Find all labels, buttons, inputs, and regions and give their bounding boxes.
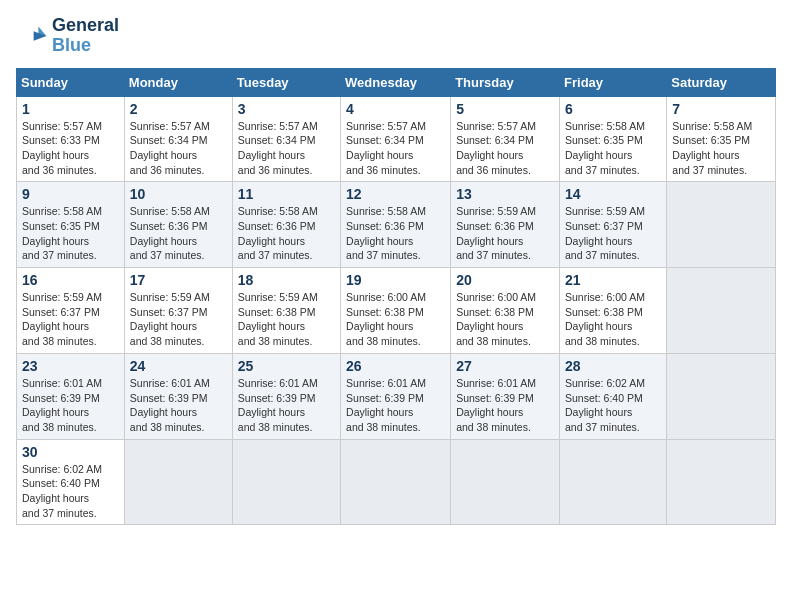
empty-cell [560,439,667,525]
day-cell-12: 12 Sunrise: 5:58 AM Sunset: 6:36 PM Dayl… [341,182,451,268]
day-info: Sunrise: 5:57 AM Sunset: 6:34 PM Dayligh… [238,119,335,178]
day-number: 23 [22,358,119,374]
day-cell-9: 9 Sunrise: 5:58 AM Sunset: 6:35 PM Dayli… [17,182,125,268]
day-cell-10: 10 Sunrise: 5:58 AM Sunset: 6:36 PM Dayl… [124,182,232,268]
col-header-thursday: Thursday [451,68,560,96]
day-number: 1 [22,101,119,117]
col-header-sunday: Sunday [17,68,125,96]
day-number: 17 [130,272,227,288]
day-info: Sunrise: 5:58 AM Sunset: 6:35 PM Dayligh… [672,119,770,178]
day-cell-7: 7 Sunrise: 5:58 AM Sunset: 6:35 PM Dayli… [667,96,776,182]
day-info: Sunrise: 6:00 AM Sunset: 6:38 PM Dayligh… [456,290,554,349]
logo-icon [16,20,48,52]
day-number: 27 [456,358,554,374]
day-number: 24 [130,358,227,374]
day-cell-3: 3 Sunrise: 5:57 AM Sunset: 6:34 PM Dayli… [232,96,340,182]
day-cell-6: 6 Sunrise: 5:58 AM Sunset: 6:35 PM Dayli… [560,96,667,182]
day-info: Sunrise: 5:58 AM Sunset: 6:36 PM Dayligh… [346,204,445,263]
week-row-2: 9 Sunrise: 5:58 AM Sunset: 6:35 PM Dayli… [17,182,776,268]
day-number: 13 [456,186,554,202]
day-number: 19 [346,272,445,288]
day-info: Sunrise: 5:57 AM Sunset: 6:34 PM Dayligh… [346,119,445,178]
week-row-4: 23 Sunrise: 6:01 AM Sunset: 6:39 PM Dayl… [17,353,776,439]
day-info: Sunrise: 5:57 AM Sunset: 6:33 PM Dayligh… [22,119,119,178]
week-row-3: 16 Sunrise: 5:59 AM Sunset: 6:37 PM Dayl… [17,268,776,354]
day-cell-11: 11 Sunrise: 5:58 AM Sunset: 6:36 PM Dayl… [232,182,340,268]
calendar-table: SundayMondayTuesdayWednesdayThursdayFrid… [16,68,776,526]
day-number: 16 [22,272,119,288]
day-info: Sunrise: 6:02 AM Sunset: 6:40 PM Dayligh… [565,376,661,435]
day-info: Sunrise: 5:58 AM Sunset: 6:36 PM Dayligh… [238,204,335,263]
day-cell-30: 30 Sunrise: 6:02 AM Sunset: 6:40 PM Dayl… [17,439,125,525]
day-cell-17: 17 Sunrise: 5:59 AM Sunset: 6:37 PM Dayl… [124,268,232,354]
day-cell-1: 1 Sunrise: 5:57 AM Sunset: 6:33 PM Dayli… [17,96,125,182]
day-info: Sunrise: 5:59 AM Sunset: 6:36 PM Dayligh… [456,204,554,263]
day-info: Sunrise: 6:01 AM Sunset: 6:39 PM Dayligh… [346,376,445,435]
day-number: 18 [238,272,335,288]
day-info: Sunrise: 5:58 AM Sunset: 6:35 PM Dayligh… [22,204,119,263]
day-cell-21: 21 Sunrise: 6:00 AM Sunset: 6:38 PM Dayl… [560,268,667,354]
empty-cell [451,439,560,525]
day-info: Sunrise: 5:59 AM Sunset: 6:37 PM Dayligh… [130,290,227,349]
calendar-body: 1 Sunrise: 5:57 AM Sunset: 6:33 PM Dayli… [17,96,776,525]
day-info: Sunrise: 5:58 AM Sunset: 6:36 PM Dayligh… [130,204,227,263]
day-number: 28 [565,358,661,374]
day-number: 21 [565,272,661,288]
day-number: 3 [238,101,335,117]
day-cell-25: 25 Sunrise: 6:01 AM Sunset: 6:39 PM Dayl… [232,353,340,439]
logo-text: General Blue [52,16,119,56]
page-header: General Blue [16,16,776,56]
day-info: Sunrise: 5:59 AM Sunset: 6:37 PM Dayligh… [565,204,661,263]
day-number: 10 [130,186,227,202]
day-cell-18: 18 Sunrise: 5:59 AM Sunset: 6:38 PM Dayl… [232,268,340,354]
day-info: Sunrise: 6:01 AM Sunset: 6:39 PM Dayligh… [22,376,119,435]
day-number: 12 [346,186,445,202]
col-header-saturday: Saturday [667,68,776,96]
day-cell-5: 5 Sunrise: 5:57 AM Sunset: 6:34 PM Dayli… [451,96,560,182]
day-info: Sunrise: 6:01 AM Sunset: 6:39 PM Dayligh… [456,376,554,435]
day-info: Sunrise: 6:00 AM Sunset: 6:38 PM Dayligh… [565,290,661,349]
col-header-tuesday: Tuesday [232,68,340,96]
day-info: Sunrise: 5:57 AM Sunset: 6:34 PM Dayligh… [456,119,554,178]
day-info: Sunrise: 5:58 AM Sunset: 6:35 PM Dayligh… [565,119,661,178]
day-info: Sunrise: 5:59 AM Sunset: 6:37 PM Dayligh… [22,290,119,349]
empty-cell [667,353,776,439]
day-cell-23: 23 Sunrise: 6:01 AM Sunset: 6:39 PM Dayl… [17,353,125,439]
day-number: 6 [565,101,661,117]
col-header-wednesday: Wednesday [341,68,451,96]
day-cell-24: 24 Sunrise: 6:01 AM Sunset: 6:39 PM Dayl… [124,353,232,439]
day-cell-16: 16 Sunrise: 5:59 AM Sunset: 6:37 PM Dayl… [17,268,125,354]
day-info: Sunrise: 6:01 AM Sunset: 6:39 PM Dayligh… [238,376,335,435]
day-info: Sunrise: 5:59 AM Sunset: 6:38 PM Dayligh… [238,290,335,349]
day-number: 9 [22,186,119,202]
day-cell-20: 20 Sunrise: 6:00 AM Sunset: 6:38 PM Dayl… [451,268,560,354]
week-row-1: 1 Sunrise: 5:57 AM Sunset: 6:33 PM Dayli… [17,96,776,182]
day-info: Sunrise: 6:00 AM Sunset: 6:38 PM Dayligh… [346,290,445,349]
day-number: 30 [22,444,119,460]
col-header-friday: Friday [560,68,667,96]
day-cell-4: 4 Sunrise: 5:57 AM Sunset: 6:34 PM Dayli… [341,96,451,182]
day-cell-28: 28 Sunrise: 6:02 AM Sunset: 6:40 PM Dayl… [560,353,667,439]
day-cell-2: 2 Sunrise: 5:57 AM Sunset: 6:34 PM Dayli… [124,96,232,182]
day-cell-14: 14 Sunrise: 5:59 AM Sunset: 6:37 PM Dayl… [560,182,667,268]
empty-cell [341,439,451,525]
empty-cell [667,268,776,354]
empty-cell [667,182,776,268]
day-number: 26 [346,358,445,374]
day-info: Sunrise: 6:02 AM Sunset: 6:40 PM Dayligh… [22,462,119,521]
day-number: 7 [672,101,770,117]
day-cell-19: 19 Sunrise: 6:00 AM Sunset: 6:38 PM Dayl… [341,268,451,354]
day-number: 11 [238,186,335,202]
day-cell-13: 13 Sunrise: 5:59 AM Sunset: 6:36 PM Dayl… [451,182,560,268]
day-info: Sunrise: 5:57 AM Sunset: 6:34 PM Dayligh… [130,119,227,178]
day-number: 25 [238,358,335,374]
day-number: 5 [456,101,554,117]
day-cell-26: 26 Sunrise: 6:01 AM Sunset: 6:39 PM Dayl… [341,353,451,439]
week-row-5: 30 Sunrise: 6:02 AM Sunset: 6:40 PM Dayl… [17,439,776,525]
empty-cell [124,439,232,525]
day-number: 2 [130,101,227,117]
empty-cell [232,439,340,525]
day-number: 20 [456,272,554,288]
day-number: 14 [565,186,661,202]
col-header-monday: Monday [124,68,232,96]
